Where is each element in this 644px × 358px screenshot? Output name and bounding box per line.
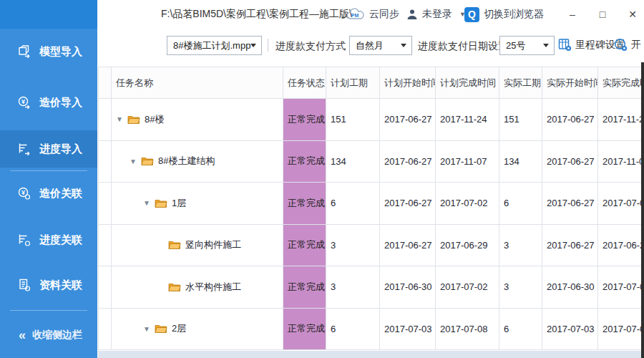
plan-duration-cell[interactable]: 3 xyxy=(326,225,380,267)
plan-start-cell[interactable]: 2017-07-03 xyxy=(380,309,436,351)
task-name-cell[interactable]: ▼2层 xyxy=(112,309,283,351)
plan-end-cell[interactable]: 2017-07-08 xyxy=(436,309,499,351)
plan-end-cell[interactable]: 2017-07-02 xyxy=(436,266,499,309)
column-header-5[interactable]: 计划完成时间 xyxy=(436,67,499,99)
actual-duration-cell[interactable]: 134 xyxy=(499,141,542,183)
partial-settings-button[interactable]: 开 xyxy=(614,38,641,52)
task-name-cell[interactable]: ▼8#楼 xyxy=(112,99,283,141)
table-body: ▼8#楼正常完成1512017-06-272017-11-241512017-0… xyxy=(99,99,644,350)
plan-end-cell[interactable]: 2017-07-02 xyxy=(436,183,499,225)
actual-duration-cell[interactable]: 3 xyxy=(499,225,542,267)
task-row[interactable]: ▼竖向构件施工正常完成32017-06-272017-06-2932017-06… xyxy=(99,225,644,267)
column-header-8[interactable]: 实际完成时间 xyxy=(598,67,644,99)
plan-end-cell[interactable]: 2017-06-29 xyxy=(436,225,499,267)
status-cell[interactable]: 正常完成 xyxy=(283,266,326,309)
plan-file-select[interactable]: 8#楼施工计划.mpp xyxy=(167,36,262,55)
actual-end-cell[interactable]: 2017-07-02 xyxy=(598,266,644,309)
cloud-sync-button[interactable]: PM 云同步 xyxy=(346,8,399,21)
cost-link-icon: ¥ xyxy=(17,186,31,200)
status-cell[interactable]: 正常完成 xyxy=(283,309,326,351)
actual-start-cell[interactable]: 2017-06-27 xyxy=(542,99,598,141)
chevron-down-icon xyxy=(401,44,406,47)
actual-end-cell[interactable]: 2017-07-08 xyxy=(598,309,644,351)
column-header-7[interactable]: 实际开始时间 xyxy=(542,67,598,99)
sidebar-item-schedule-link[interactable]: 进度关联 xyxy=(0,224,97,256)
collapse-sidebar-button[interactable]: « 收缩侧边栏 xyxy=(0,321,97,349)
plan-start-cell[interactable]: 2017-06-27 xyxy=(380,141,436,183)
actual-end-cell[interactable]: 2017-06-29 xyxy=(598,225,644,267)
cost-import-icon: ¥ xyxy=(17,95,31,110)
row-header-cell[interactable] xyxy=(99,183,112,225)
task-name-cell[interactable]: ▼8#楼土建结构 xyxy=(112,141,283,183)
column-header-2[interactable]: 任务状态 xyxy=(283,67,326,99)
plan-duration-cell[interactable]: 151 xyxy=(326,99,380,141)
plan-start-cell[interactable]: 2017-06-27 xyxy=(380,183,436,225)
sidebar-item-model-import[interactable]: 模型导入 xyxy=(0,36,97,67)
status-cell[interactable]: 正常完成 xyxy=(283,141,326,183)
plan-end-cell[interactable]: 2017-11-24 xyxy=(436,99,499,141)
actual-end-cell[interactable]: 2017-11-24 xyxy=(598,99,644,141)
plan-duration-cell[interactable]: 6 xyxy=(326,309,380,351)
row-header-cell[interactable] xyxy=(99,309,112,351)
pay-date-select[interactable]: 25号 xyxy=(499,36,555,55)
plan-duration-cell[interactable]: 134 xyxy=(326,141,380,183)
sidebar-item-document-link[interactable]: 资料关联 xyxy=(0,269,97,301)
status-cell[interactable]: 正常完成 xyxy=(283,99,326,141)
column-header-6[interactable]: 实际工期 xyxy=(499,67,542,99)
task-row[interactable]: ▼8#楼正常完成1512017-06-272017-11-241512017-0… xyxy=(99,99,644,141)
plan-duration-cell[interactable]: 6 xyxy=(326,183,380,225)
column-header-4[interactable]: 计划开始时间 xyxy=(380,67,436,99)
sidebar-divider xyxy=(10,170,87,171)
expander-icon[interactable]: ▼ xyxy=(143,325,155,333)
expander-icon[interactable]: ▼ xyxy=(116,115,127,123)
actual-duration-cell[interactable]: 3 xyxy=(499,266,542,309)
pay-method-select[interactable]: 自然月 xyxy=(349,36,412,55)
status-cell[interactable]: 正常完成 xyxy=(283,183,326,225)
sidebar-item-schedule-import[interactable]: 进度导入 xyxy=(0,130,97,168)
row-header-cell[interactable] xyxy=(99,225,112,267)
milestone-settings-icon xyxy=(558,38,572,52)
sidebar-item-label: 进度关联 xyxy=(39,233,82,247)
sidebar-item-cost-link[interactable]: ¥ 造价关联 xyxy=(0,178,97,209)
task-name-cell[interactable]: ▼1层 xyxy=(112,183,283,225)
plan-start-cell[interactable]: 2017-06-27 xyxy=(380,99,436,141)
actual-start-cell[interactable]: 2017-06-27 xyxy=(542,225,598,267)
minimize-button[interactable]: – xyxy=(567,9,578,20)
actual-duration-cell[interactable]: 151 xyxy=(499,99,542,141)
actual-end-cell[interactable]: 2017-11-07 xyxy=(598,141,644,183)
actual-duration-cell[interactable]: 6 xyxy=(499,309,542,351)
column-header-3[interactable]: 计划工期 xyxy=(326,67,380,99)
task-row[interactable]: ▼1层正常完成62017-06-272017-07-0262017-06-272… xyxy=(99,183,644,225)
status-cell[interactable]: 正常完成 xyxy=(283,225,326,267)
plan-duration-cell[interactable]: 3 xyxy=(326,266,380,309)
plan-end-cell[interactable]: 2017-11-07 xyxy=(436,141,499,183)
row-header-cell[interactable] xyxy=(99,141,112,183)
close-button[interactable]: ✕ xyxy=(627,9,638,20)
partial-settings-label: 开 xyxy=(631,39,641,52)
task-name-cell[interactable]: ▼竖向构件施工 xyxy=(112,225,283,267)
task-row[interactable]: ▼水平构件施工正常完成32017-06-302017-07-0232017-06… xyxy=(99,266,644,309)
actual-start-cell[interactable]: 2017-06-30 xyxy=(542,266,598,309)
horizontal-scrollbar[interactable] xyxy=(98,351,644,358)
column-header-1[interactable]: 任务名称 xyxy=(112,67,283,99)
row-header-cell[interactable] xyxy=(99,99,112,141)
switch-to-browser-button[interactable]: Q 切换到浏览器 xyxy=(464,7,544,22)
task-name-cell[interactable]: ▼水平构件施工 xyxy=(112,266,283,309)
maximize-button[interactable]: □ xyxy=(597,9,608,20)
actual-end-cell[interactable]: 2017-07-02 xyxy=(598,183,644,225)
sidebar-item-cost-import[interactable]: ¥ 造价导入 xyxy=(0,87,97,118)
row-header-cell[interactable] xyxy=(99,266,112,309)
plan-start-cell[interactable]: 2017-06-27 xyxy=(380,225,436,267)
actual-start-cell[interactable]: 2017-07-03 xyxy=(542,309,598,351)
task-row[interactable]: ▼2层正常完成62017-07-032017-07-0862017-07-032… xyxy=(99,309,644,351)
folder-icon xyxy=(168,282,181,292)
task-row[interactable]: ▼8#楼土建结构正常完成1342017-06-272017-11-0713420… xyxy=(99,141,644,183)
actual-duration-cell[interactable]: 6 xyxy=(499,183,542,225)
expander-icon[interactable]: ▼ xyxy=(143,199,155,207)
expander-icon[interactable]: ▼ xyxy=(130,158,141,165)
actual-start-cell[interactable]: 2017-06-27 xyxy=(542,183,598,225)
sidebar-item-label: 模型导入 xyxy=(39,45,82,59)
actual-start-cell[interactable]: 2017-06-27 xyxy=(542,141,598,183)
login-menu[interactable]: 未登录 ▼ xyxy=(406,8,466,21)
plan-start-cell[interactable]: 2017-06-30 xyxy=(380,266,436,309)
